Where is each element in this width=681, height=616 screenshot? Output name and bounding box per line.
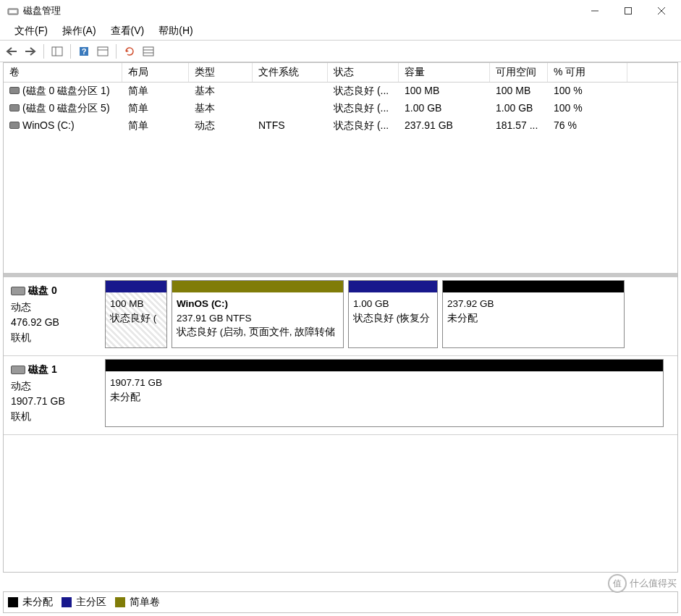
col-filesystem[interactable]: 文件系统	[253, 63, 328, 82]
maximize-button[interactable]	[612, 1, 645, 21]
col-capacity[interactable]: 容量	[399, 63, 490, 82]
svg-rect-12	[143, 47, 153, 56]
col-free[interactable]: 可用空间	[490, 63, 548, 82]
window-title: 磁盘管理	[23, 4, 578, 17]
col-volume[interactable]: 卷	[4, 63, 122, 82]
partition-title: WinOS (C:)	[177, 297, 339, 311]
show-hide-tree-button[interactable]	[48, 43, 66, 60]
menu-action[interactable]: 操作(A)	[55, 22, 103, 40]
disk-icon	[11, 366, 25, 374]
cell-layout: 简单	[122, 119, 189, 133]
close-button[interactable]	[645, 1, 678, 21]
volume-icon	[9, 104, 20, 111]
table-row[interactable]: (磁盘 0 磁盘分区 1)简单基本状态良好 (...100 MB100 MB10…	[4, 83, 677, 100]
disk-info[interactable]: 磁盘 1动态1907.71 GB联机	[7, 359, 105, 427]
disk-type: 动态	[11, 379, 101, 394]
properties-button[interactable]	[94, 43, 111, 60]
partition-size: 237.91 GB NTFS	[177, 311, 339, 326]
legend-label: 主分区	[76, 596, 106, 609]
disk-size: 1907.71 GB	[11, 394, 101, 409]
col-type[interactable]: 类型	[189, 63, 253, 82]
table-row[interactable]: (磁盘 0 磁盘分区 5)简单基本状态良好 (...1.00 GB1.00 GB…	[4, 100, 677, 117]
cell-status: 状态良好 (...	[328, 119, 399, 133]
partition-colorbar	[106, 360, 663, 371]
disk-row: 磁盘 1动态1907.71 GB联机1907.71 GB未分配	[4, 356, 677, 435]
partition[interactable]: 1907.71 GB未分配	[105, 359, 664, 427]
disk-name: 磁盘 1	[28, 362, 57, 377]
content-area: 卷 布局 类型 文件系统 状态 容量 可用空间 % 可用 (磁盘 0 磁盘分区 …	[3, 62, 678, 573]
svg-rect-6	[52, 47, 62, 56]
partition[interactable]: WinOS (C:)237.91 GB NTFS状态良好 (启动, 页面文件, …	[172, 280, 344, 348]
cell-volume: (磁盘 0 磁盘分区 5)	[4, 101, 122, 116]
refresh-button[interactable]	[121, 43, 138, 60]
partition-colorbar	[106, 281, 166, 292]
svg-rect-1	[9, 10, 17, 13]
toolbar-separator	[116, 44, 117, 59]
cell-fs	[253, 84, 328, 98]
forward-button[interactable]	[22, 43, 39, 60]
menubar: 文件(F) 操作(A) 查看(V) 帮助(H)	[0, 22, 681, 41]
disk-status: 联机	[11, 330, 101, 345]
partition-body: WinOS (C:)237.91 GB NTFS状态良好 (启动, 页面文件, …	[172, 292, 343, 347]
menu-view[interactable]: 查看(V)	[103, 22, 152, 40]
col-pct[interactable]: % 可用	[548, 63, 627, 82]
svg-rect-3	[625, 7, 632, 14]
cell-pct: 100 %	[548, 84, 627, 98]
menu-file[interactable]: 文件(F)	[7, 22, 55, 40]
cell-free: 100 MB	[490, 84, 548, 98]
toolbar-separator	[70, 44, 71, 59]
partition-strip: 100 MB状态良好 (WinOS (C:)237.91 GB NTFS状态良好…	[105, 280, 673, 348]
legend: 未分配 主分区 简单卷	[3, 591, 678, 613]
partition[interactable]: 237.92 GB未分配	[442, 280, 625, 348]
partition[interactable]: 100 MB状态良好 (	[105, 280, 167, 348]
cell-status: 状态良好 (...	[328, 101, 399, 116]
list-button[interactable]	[140, 43, 157, 60]
partition-status: 未分配	[110, 390, 659, 405]
partition-body: 1.00 GB状态良好 (恢复分	[349, 292, 437, 347]
partition-status: 状态良好 (	[110, 311, 162, 326]
cell-pct: 100 %	[548, 101, 627, 116]
disk-graphical-pane: 磁盘 0动态476.92 GB联机100 MB状态良好 (WinOS (C:)2…	[4, 277, 677, 572]
cell-text: (磁盘 0 磁盘分区 5)	[22, 102, 110, 114]
partition-colorbar	[443, 281, 624, 292]
volume-icon	[9, 87, 20, 94]
cell-free: 1.00 GB	[490, 101, 548, 116]
disk-name: 磁盘 0	[28, 283, 57, 298]
cell-capacity: 1.00 GB	[399, 101, 490, 116]
partition-size: 1907.71 GB	[110, 376, 659, 390]
toolbar: ?	[0, 41, 681, 62]
partition-body: 100 MB状态良好 (	[106, 292, 166, 347]
table-row[interactable]: WinOS (C:)简单动态NTFS状态良好 (...237.91 GB181.…	[4, 117, 677, 135]
partition-colorbar	[172, 281, 343, 292]
volume-icon	[9, 122, 20, 129]
cell-status: 状态良好 (...	[328, 84, 399, 98]
legend-label: 未分配	[22, 596, 53, 609]
col-layout[interactable]: 布局	[122, 63, 189, 82]
partition[interactable]: 1.00 GB状态良好 (恢复分	[348, 280, 438, 348]
menu-help[interactable]: 帮助(H)	[151, 22, 200, 40]
cell-volume: WinOS (C:)	[4, 119, 122, 133]
legend-primary: 主分区	[62, 596, 106, 609]
col-status[interactable]: 状态	[328, 63, 399, 82]
partition-colorbar	[349, 281, 437, 292]
disk-type: 动态	[11, 300, 101, 315]
svg-rect-10	[98, 47, 108, 56]
back-button[interactable]	[3, 43, 20, 60]
cell-capacity: 100 MB	[399, 84, 490, 98]
cell-layout: 简单	[122, 101, 189, 116]
disk-status: 联机	[11, 409, 101, 424]
partition-body: 237.92 GB未分配	[443, 292, 624, 347]
volume-list-pane: 卷 布局 类型 文件系统 状态 容量 可用空间 % 可用 (磁盘 0 磁盘分区 …	[4, 63, 677, 277]
table-header: 卷 布局 类型 文件系统 状态 容量 可用空间 % 可用	[4, 63, 677, 83]
svg-text:?: ?	[82, 47, 87, 56]
cell-free: 181.57 ...	[490, 119, 548, 133]
cell-text: WinOS (C:)	[22, 119, 75, 131]
legend-simple: 简单卷	[115, 596, 160, 609]
cell-pct: 76 %	[548, 119, 627, 133]
legend-label: 简单卷	[130, 596, 160, 609]
disk-info[interactable]: 磁盘 0动态476.92 GB联机	[7, 280, 105, 348]
partition-size: 1.00 GB	[353, 297, 433, 311]
minimize-button[interactable]	[578, 1, 612, 21]
help-button[interactable]: ?	[75, 43, 93, 60]
partition-status: 状态良好 (恢复分	[353, 311, 433, 326]
